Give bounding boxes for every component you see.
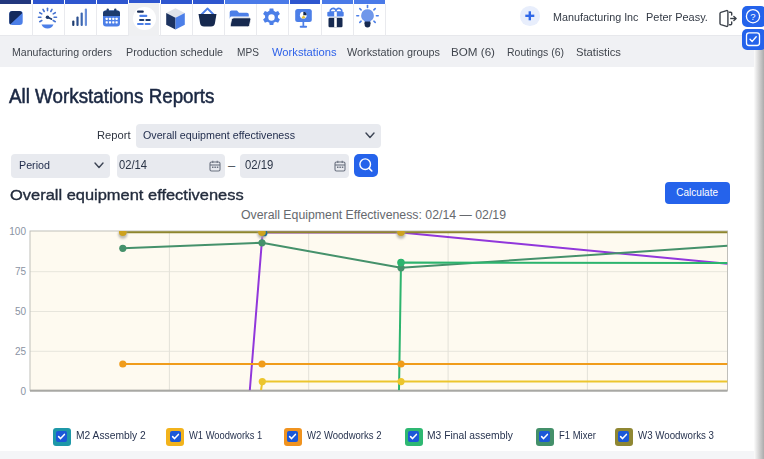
- svg-text:100: 100: [9, 226, 26, 237]
- svg-text:?: ?: [750, 11, 755, 22]
- svg-text:50: 50: [15, 306, 27, 317]
- svg-text:25: 25: [15, 346, 27, 357]
- svg-text:75: 75: [15, 266, 27, 277]
- svg-text:0: 0: [20, 386, 26, 397]
